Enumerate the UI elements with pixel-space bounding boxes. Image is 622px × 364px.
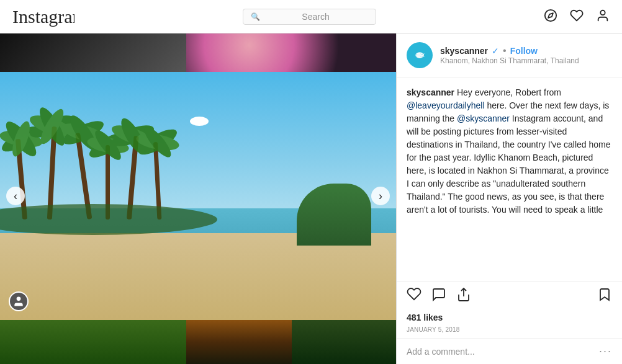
top-left-image bbox=[0, 33, 186, 72]
bottom-center-image bbox=[186, 320, 292, 364]
main: ‹ › bbox=[0, 33, 622, 364]
post-caption: skyscanner Hey everyone, Robert from @le… bbox=[397, 78, 622, 281]
verified-badge-icon: ✓ bbox=[492, 46, 499, 56]
share-action-icon bbox=[456, 287, 471, 302]
bottom-images bbox=[0, 320, 396, 364]
top-right-image bbox=[186, 33, 396, 72]
post-avatar bbox=[407, 42, 433, 68]
logo: Instagram bbox=[12, 6, 74, 28]
post-actions bbox=[397, 281, 622, 310]
svg-marker-2 bbox=[548, 13, 553, 18]
skyscanner-avatar-icon bbox=[411, 47, 428, 64]
follow-button[interactable]: Follow bbox=[510, 46, 538, 56]
bottom-left-image bbox=[0, 320, 186, 364]
header: Instagram 🔍 bbox=[0, 0, 622, 33]
comment-button[interactable] bbox=[431, 287, 446, 304]
bookmark-action-icon bbox=[597, 287, 612, 302]
username-row: skyscanner ✓ • Follow bbox=[440, 45, 612, 56]
next-button[interactable]: › bbox=[371, 187, 390, 205]
post-user-avatar-overlay bbox=[9, 291, 29, 311]
search-bar[interactable]: 🔍 bbox=[243, 9, 376, 25]
likes-count: 481 likes bbox=[397, 310, 622, 325]
like-button[interactable] bbox=[407, 286, 421, 305]
heart-action-icon bbox=[407, 286, 421, 301]
svg-point-30 bbox=[0, 204, 217, 235]
mention-1[interactable]: @leaveyourdailyhell bbox=[407, 100, 485, 110]
svg-point-3 bbox=[600, 10, 605, 14]
dot-separator: • bbox=[503, 45, 507, 56]
caption-text-3: Instagram account, and will be posting p… bbox=[407, 113, 611, 215]
caption-username[interactable]: skyscanner bbox=[407, 87, 454, 97]
post-username[interactable]: skyscanner bbox=[440, 46, 488, 56]
svg-text:Instagram: Instagram bbox=[12, 6, 74, 27]
comment-area: ··· bbox=[397, 338, 622, 364]
bookmark-button[interactable] bbox=[597, 287, 612, 304]
post-date: January 5, 2018 bbox=[397, 325, 622, 338]
post-location: Khanom, Nakhon Si Thammarat, Thailand bbox=[440, 56, 612, 65]
profile-icon[interactable] bbox=[596, 9, 610, 25]
bottom-right-image bbox=[292, 320, 396, 364]
post-header: skyscanner ✓ • Follow Khanom, Nakhon Si … bbox=[397, 33, 622, 78]
explore-icon[interactable] bbox=[544, 9, 557, 25]
avatar-icon bbox=[12, 295, 25, 308]
share-button[interactable] bbox=[456, 287, 471, 304]
more-options-button[interactable]: ··· bbox=[599, 345, 612, 358]
search-input[interactable] bbox=[264, 12, 368, 22]
image-grid: ‹ › bbox=[0, 33, 396, 364]
comment-input[interactable] bbox=[407, 347, 593, 357]
post-user-info: skyscanner ✓ • Follow Khanom, Nakhon Si … bbox=[440, 45, 612, 65]
header-icons bbox=[544, 9, 610, 25]
palm-trees-icon bbox=[0, 89, 217, 251]
comment-action-icon bbox=[431, 287, 446, 302]
caption-text-1: Hey everyone, Robert from bbox=[454, 87, 561, 97]
instagram-logo-icon: Instagram bbox=[12, 6, 74, 28]
svg-point-1 bbox=[545, 9, 556, 20]
post-panel: skyscanner ✓ • Follow Khanom, Nakhon Si … bbox=[396, 33, 622, 364]
prev-button[interactable]: ‹ bbox=[6, 187, 25, 205]
heart-icon[interactable] bbox=[570, 9, 584, 25]
svg-point-31 bbox=[17, 297, 21, 301]
search-icon: 🔍 bbox=[251, 12, 260, 21]
main-image: ‹ › bbox=[0, 72, 396, 320]
mention-2[interactable]: @skyscanner bbox=[457, 113, 510, 123]
